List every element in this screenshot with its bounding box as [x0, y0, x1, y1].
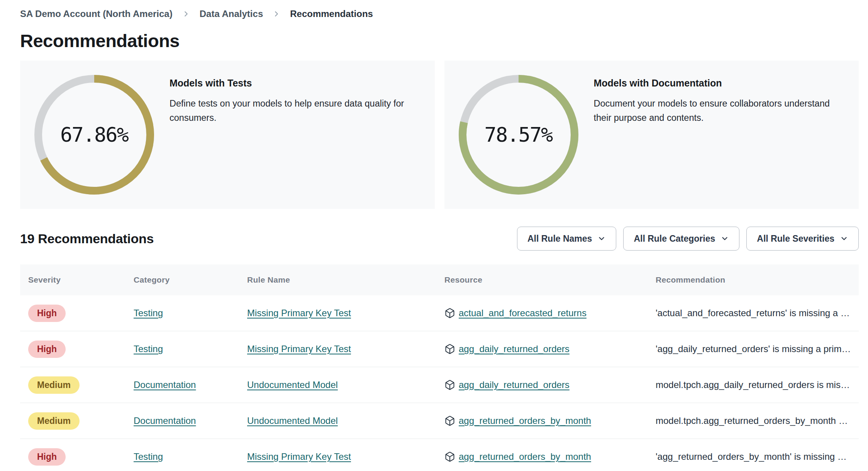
- summary-cards: 67.86% Models with Tests Define tests on…: [20, 61, 859, 209]
- rule-name-link[interactable]: Undocumented Model: [247, 380, 338, 390]
- recommendations-table: Severity Category Rule Name Resource Rec…: [20, 264, 859, 471]
- severity-badge: Medium: [28, 376, 80, 394]
- category-cell: Testing: [134, 344, 247, 354]
- resource-cell: agg_daily_returned_orders: [444, 344, 656, 354]
- column-header-severity: Severity: [20, 275, 134, 285]
- table-body: High Testing Missing Primary Key Test ac…: [20, 295, 859, 471]
- category-link[interactable]: Testing: [134, 344, 163, 354]
- recommendation-text: 'actual_and_forecasted_returns' is missi…: [656, 308, 850, 318]
- table-row: High Testing Missing Primary Key Test ag…: [20, 439, 859, 471]
- column-header-recommendation: Recommendation: [656, 275, 859, 285]
- card-title: Models with Tests: [170, 78, 419, 89]
- model-cube-icon: [444, 415, 455, 426]
- column-header-rule-name: Rule Name: [247, 275, 444, 285]
- chevron-right-icon: [182, 10, 190, 18]
- resource-link[interactable]: actual_and_forecasted_returns: [459, 308, 587, 319]
- breadcrumb: SA Demo Account (North America) Data Ana…: [0, 0, 868, 19]
- donut-percent-label: 67.86%: [34, 75, 154, 195]
- donut-chart-tests: 67.86%: [34, 75, 154, 195]
- category-cell: Testing: [134, 308, 247, 319]
- resource-cell: agg_daily_returned_orders: [444, 380, 656, 390]
- resource-link[interactable]: agg_returned_orders_by_month: [459, 415, 591, 426]
- rule-name-cell: Undocumented Model: [247, 380, 444, 390]
- filter-bar: All Rule Names All Rule Categories All R…: [517, 227, 859, 251]
- table-row: High Testing Missing Primary Key Test ac…: [20, 295, 859, 331]
- filter-rule-severities[interactable]: All Rule Severities: [746, 227, 859, 251]
- severity-cell: High: [20, 448, 134, 466]
- chevron-down-icon: [597, 234, 606, 243]
- category-link[interactable]: Testing: [134, 451, 163, 462]
- page-title: Recommendations: [20, 30, 868, 51]
- table-row: High Testing Missing Primary Key Test ag…: [20, 331, 859, 367]
- model-cube-icon: [444, 451, 455, 462]
- rule-name-link[interactable]: Undocumented Model: [247, 415, 338, 426]
- resource-link[interactable]: agg_daily_returned_orders: [459, 380, 570, 390]
- rule-name-link[interactable]: Missing Primary Key Test: [247, 451, 351, 462]
- card-models-with-documentation: 78.57% Models with Documentation Documen…: [444, 61, 859, 209]
- recommendation-text: model.tpch.agg_daily_returned_orders is …: [656, 380, 850, 390]
- resource-cell: actual_and_forecasted_returns: [444, 308, 656, 319]
- rule-name-cell: Missing Primary Key Test: [247, 308, 444, 319]
- model-cube-icon: [444, 380, 455, 390]
- severity-badge: Medium: [28, 412, 80, 430]
- recommendation-text: 'agg_returned_orders_by_month' is missin…: [656, 451, 847, 462]
- table-row: Medium Documentation Undocumented Model …: [20, 367, 859, 403]
- table-row: Medium Documentation Undocumented Model …: [20, 403, 859, 439]
- filter-label: All Rule Severities: [757, 234, 834, 244]
- chevron-down-icon: [840, 234, 848, 243]
- rule-name-cell: Undocumented Model: [247, 415, 444, 426]
- filter-label: All Rule Categories: [634, 234, 715, 244]
- column-header-category: Category: [134, 275, 247, 285]
- recommendation-cell: model.tpch.agg_returned_orders_by_month …: [656, 415, 859, 426]
- rule-name-cell: Missing Primary Key Test: [247, 344, 444, 354]
- severity-cell: High: [20, 305, 134, 322]
- chevron-down-icon: [721, 234, 729, 243]
- severity-cell: High: [20, 341, 134, 358]
- category-link[interactable]: Documentation: [134, 415, 196, 426]
- breadcrumb-current: Recommendations: [290, 8, 373, 19]
- recommendations-count: 19 Recommendations: [20, 231, 154, 246]
- category-cell: Documentation: [134, 380, 247, 390]
- category-link[interactable]: Testing: [134, 308, 163, 318]
- model-cube-icon: [444, 308, 455, 319]
- category-cell: Documentation: [134, 415, 247, 426]
- filter-label: All Rule Names: [527, 234, 592, 244]
- category-cell: Testing: [134, 451, 247, 462]
- recommendation-text: 'agg_daily_returned_orders' is missing a…: [656, 344, 851, 354]
- recommendation-cell: 'agg_daily_returned_orders' is missing a…: [656, 344, 859, 354]
- rule-name-link[interactable]: Missing Primary Key Test: [247, 344, 351, 354]
- filter-rule-categories[interactable]: All Rule Categories: [623, 227, 739, 251]
- recommendations-page: SA Demo Account (North America) Data Ana…: [0, 0, 868, 471]
- chevron-right-icon: [272, 10, 281, 18]
- filter-rule-names[interactable]: All Rule Names: [517, 227, 616, 251]
- card-models-with-tests: 67.86% Models with Tests Define tests on…: [20, 61, 435, 209]
- recommendation-cell: model.tpch.agg_daily_returned_orders is …: [656, 380, 859, 390]
- severity-badge: High: [28, 448, 66, 466]
- recommendation-cell: 'actual_and_forecasted_returns' is missi…: [656, 308, 859, 319]
- donut-percent-label: 78.57%: [459, 75, 578, 195]
- severity-cell: Medium: [20, 412, 134, 430]
- model-cube-icon: [444, 344, 455, 354]
- resource-link[interactable]: agg_daily_returned_orders: [459, 344, 570, 354]
- card-title: Models with Documentation: [594, 78, 844, 89]
- list-header: 19 Recommendations All Rule Names All Ru…: [20, 227, 859, 251]
- severity-badge: High: [28, 341, 66, 358]
- rule-name-cell: Missing Primary Key Test: [247, 451, 444, 462]
- category-link[interactable]: Documentation: [134, 380, 196, 390]
- severity-cell: Medium: [20, 376, 134, 394]
- breadcrumb-account[interactable]: SA Demo Account (North America): [20, 8, 173, 19]
- resource-cell: agg_returned_orders_by_month: [444, 415, 656, 426]
- card-description: Define tests on your models to help ensu…: [170, 97, 419, 125]
- recommendation-cell: 'agg_returned_orders_by_month' is missin…: [656, 451, 859, 462]
- rule-name-link[interactable]: Missing Primary Key Test: [247, 308, 351, 318]
- severity-badge: High: [28, 305, 66, 322]
- table-header-row: Severity Category Rule Name Resource Rec…: [20, 264, 859, 295]
- breadcrumb-project[interactable]: Data Analytics: [200, 8, 263, 19]
- recommendation-text: model.tpch.agg_returned_orders_by_month …: [656, 415, 848, 426]
- resource-cell: agg_returned_orders_by_month: [444, 451, 656, 462]
- card-description: Document your models to ensure collabora…: [594, 97, 844, 125]
- donut-chart-documentation: 78.57%: [459, 75, 578, 195]
- resource-link[interactable]: agg_returned_orders_by_month: [459, 451, 591, 462]
- column-header-resource: Resource: [444, 275, 656, 285]
